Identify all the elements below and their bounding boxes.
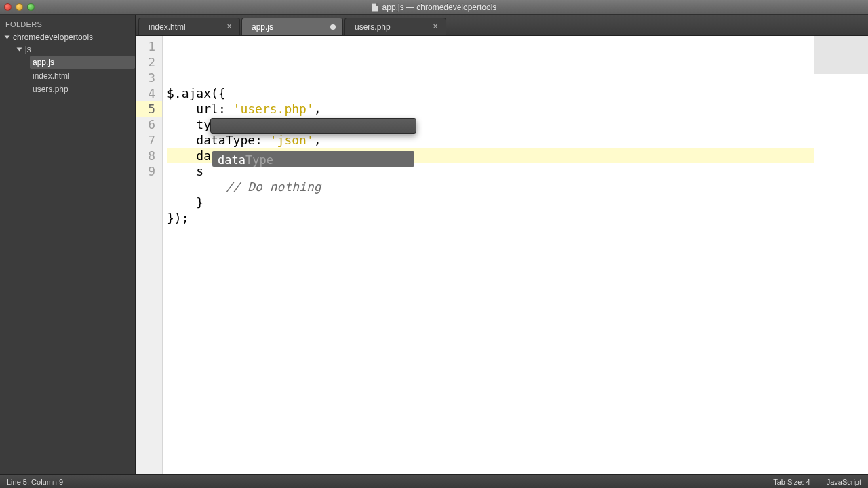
close-icon[interactable] xyxy=(4,3,12,11)
autocomplete-match: data xyxy=(218,152,245,165)
line-number: 5 xyxy=(136,101,162,117)
sidebar-root-folder[interactable]: chromedevelopertools xyxy=(0,31,135,43)
tab-label: app.js xyxy=(252,22,273,32)
code-line[interactable]: }); xyxy=(167,210,814,226)
sidebar-subfolder-label: js xyxy=(25,45,31,54)
autocomplete-popup[interactable]: dataType xyxy=(210,118,416,134)
dirty-indicator-icon[interactable] xyxy=(330,24,336,30)
sidebar-header: FOLDERS xyxy=(0,19,135,31)
code-line[interactable]: $.ajax({ xyxy=(167,85,814,101)
status-language[interactable]: JavaScript xyxy=(827,478,861,486)
code-line[interactable]: url: 'users.php', xyxy=(167,101,814,117)
chevron-down-icon xyxy=(5,36,10,39)
code-area[interactable]: 123456789 $.ajax({ url: 'users.php', typ… xyxy=(136,36,868,474)
sidebar-subfolder[interactable]: js xyxy=(18,43,135,56)
titlebar: app.js — chromedevelopertools xyxy=(0,0,868,15)
chevron-down-icon xyxy=(17,48,22,52)
sidebar-file-list: app.jsindex.htmlusers.php xyxy=(18,56,135,96)
line-number: 1 xyxy=(136,39,162,54)
code-content[interactable]: $.ajax({ url: 'users.php', type: 'get', … xyxy=(163,36,814,474)
line-number: 6 xyxy=(136,117,162,132)
status-tab-size[interactable]: Tab Size: 4 xyxy=(773,478,810,486)
line-number: 8 xyxy=(136,148,162,163)
status-cursor[interactable]: Line 5, Column 9 xyxy=(7,478,63,486)
sidebar-root-label: chromedevelopertools xyxy=(13,33,93,42)
line-number: 4 xyxy=(136,85,162,101)
line-number: 9 xyxy=(136,163,162,179)
line-number: 3 xyxy=(136,70,162,85)
zoom-icon[interactable] xyxy=(27,3,35,11)
line-number: 7 xyxy=(136,132,162,148)
line-number: 2 xyxy=(136,54,162,70)
tab[interactable]: app.js xyxy=(241,18,343,35)
tab[interactable]: users.php× xyxy=(344,18,446,35)
sidebar-file[interactable]: users.php xyxy=(30,83,135,96)
document-icon xyxy=(372,3,378,12)
line-gutter: 123456789 xyxy=(136,36,163,474)
window-title: app.js — chromedevelopertools xyxy=(382,3,497,12)
autocomplete-item[interactable]: dataType xyxy=(212,151,414,167)
tab-label: users.php xyxy=(355,22,391,32)
window-controls xyxy=(4,3,35,11)
minimize-icon[interactable] xyxy=(16,3,23,11)
minimap-viewport[interactable] xyxy=(814,36,868,74)
folder-sidebar: FOLDERS chromedevelopertools js app.jsin… xyxy=(0,15,136,474)
autocomplete-rest: Type xyxy=(245,152,273,165)
editor-panel: index.html×app.jsusers.php× 123456789 $.… xyxy=(136,15,868,474)
status-bar: Line 5, Column 9 Tab Size: 4 JavaScript xyxy=(0,474,868,488)
sidebar-file[interactable]: index.html xyxy=(30,69,135,83)
minimap[interactable] xyxy=(814,36,868,474)
close-icon[interactable]: × xyxy=(224,22,234,31)
tab-label: index.html xyxy=(149,22,186,32)
sidebar-file[interactable]: app.js xyxy=(30,56,135,69)
tab-bar: index.html×app.jsusers.php× xyxy=(136,15,868,36)
close-icon[interactable]: × xyxy=(431,22,440,31)
tab[interactable]: index.html× xyxy=(138,18,240,35)
